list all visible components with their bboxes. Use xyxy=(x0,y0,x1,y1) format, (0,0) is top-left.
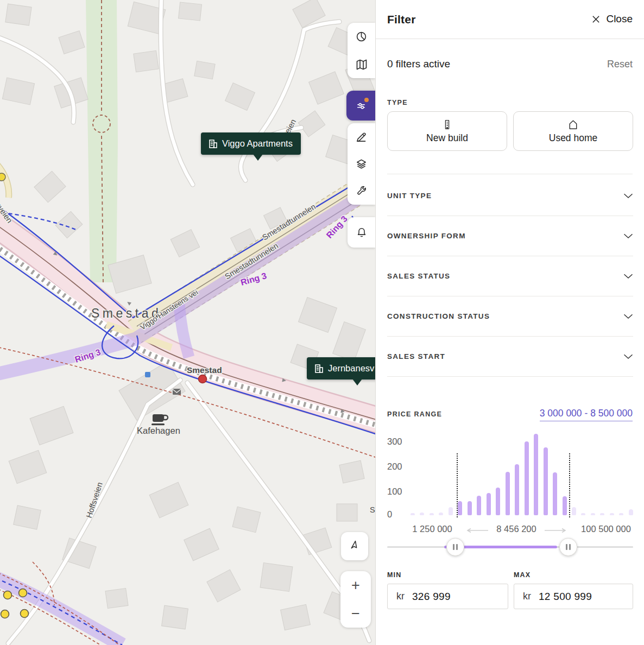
accordion-label: OWNERSHIP FORM xyxy=(387,232,466,240)
layers-button[interactable] xyxy=(350,152,374,176)
notification-dot xyxy=(364,98,369,102)
histogram-bar xyxy=(477,496,481,515)
map-marker-viggo-apartments[interactable]: Viggo Apartments xyxy=(201,132,301,155)
histogram-bar xyxy=(411,513,415,515)
map-marker-jernbanesvingen[interactable]: Jernbanesv xyxy=(307,357,375,380)
reset-button[interactable]: Reset xyxy=(607,59,633,70)
price-slider-handle-min[interactable] xyxy=(446,538,464,556)
accordion-label: CONSTRUCTION STATUS xyxy=(387,312,490,320)
type-section-label: TYPE xyxy=(387,99,408,106)
currency-prefix: kr xyxy=(396,591,405,602)
divider xyxy=(387,174,633,174)
app-window: Smestad Sørkedalsveien Gjøaveien Viggo H… xyxy=(0,0,644,645)
min-price-input[interactable]: kr 326 999 xyxy=(387,584,508,609)
type-option-used-home[interactable]: Used home xyxy=(513,111,633,151)
histogram-bar xyxy=(525,441,529,515)
layers-icon xyxy=(355,158,368,170)
accordion-label: SALES STATUS xyxy=(387,272,450,280)
histogram-max-marker xyxy=(569,453,570,517)
filters-button-active[interactable] xyxy=(346,91,375,121)
wrench-icon xyxy=(356,185,368,197)
histogram-min-marker xyxy=(457,453,458,517)
max-price-input[interactable]: kr 12 500 999 xyxy=(514,584,633,609)
pencil-icon xyxy=(355,131,368,143)
histogram-bar xyxy=(563,496,567,515)
accordion-sales-status[interactable]: SALES STATUS xyxy=(387,256,633,296)
map-toolbar-bell xyxy=(348,217,375,248)
chevron-down-icon xyxy=(623,233,633,239)
histogram-bar xyxy=(581,513,585,515)
chevron-down-icon xyxy=(623,313,633,320)
select-cursor-button[interactable] xyxy=(341,532,368,560)
close-icon xyxy=(591,15,601,24)
min-label: MIN xyxy=(387,571,402,579)
accordion-ownership-form[interactable]: OWNERSHIP FORM xyxy=(387,216,633,256)
arrow-right-icon xyxy=(544,528,567,533)
arrow-left-icon xyxy=(465,528,489,533)
pie-chart-button[interactable] xyxy=(350,25,374,49)
x-tick-min: 1 250 000 xyxy=(412,524,452,534)
histogram-bar xyxy=(458,501,462,515)
close-button[interactable]: Close xyxy=(591,13,633,25)
chevron-down-icon xyxy=(623,353,633,360)
building-icon xyxy=(209,140,217,148)
type-option-new-build[interactable]: New build xyxy=(387,111,507,151)
zoom-in-button[interactable]: + xyxy=(340,571,371,599)
histogram-bar xyxy=(610,513,614,515)
bell-icon xyxy=(356,226,368,238)
type-option-label: Used home xyxy=(549,132,598,144)
accordion-label: SALES START xyxy=(387,352,445,361)
histogram-bar xyxy=(544,447,548,515)
price-slider-handle-max[interactable] xyxy=(559,538,577,556)
map-zoom-control: + − xyxy=(340,571,371,628)
accordion-sales-start[interactable]: SALES START xyxy=(387,337,633,377)
active-filters-count: 0 filters active xyxy=(387,58,450,70)
map-icon xyxy=(355,58,368,71)
price-range-label: PRICE RANGE xyxy=(387,410,442,418)
x-tick-mid: 8 456 200 xyxy=(496,524,536,534)
tools-button[interactable] xyxy=(350,179,374,203)
histogram-bar xyxy=(468,501,472,515)
filter-panel: Filter Close 0 filters active Reset TYPE… xyxy=(375,0,644,645)
station-label-smestad: Smestad xyxy=(187,365,222,375)
select-cursor-icon xyxy=(349,540,361,552)
y-tick-0: 0 xyxy=(387,509,392,520)
close-label: Close xyxy=(606,13,633,25)
building-icon xyxy=(315,364,323,373)
histogram-bar xyxy=(487,493,491,515)
histogram-bar xyxy=(420,513,424,515)
draw-button[interactable] xyxy=(350,125,374,149)
histogram-bar xyxy=(600,513,604,515)
histogram-bar xyxy=(496,488,500,515)
accordion-unit-type[interactable]: UNIT TYPE xyxy=(387,176,633,216)
price-range-value[interactable]: 3 000 000 - 8 500 000 xyxy=(540,408,633,421)
map[interactable]: Smestad Sørkedalsveien Gjøaveien Viggo H… xyxy=(0,0,375,645)
poi-label-kafehagen: Kafehagen xyxy=(137,426,180,435)
map-style-button[interactable] xyxy=(350,53,374,77)
histogram-bar xyxy=(449,507,453,515)
histogram-bar xyxy=(430,513,434,515)
street-label-partial-s: S xyxy=(370,505,375,514)
y-tick-300: 300 xyxy=(387,437,402,447)
marker-label: Jernbanesv xyxy=(328,363,374,374)
map-toolbar-middle xyxy=(348,123,375,205)
home-icon xyxy=(567,118,579,131)
divider xyxy=(376,39,644,39)
pie-chart-icon xyxy=(355,30,368,43)
map-canvas[interactable]: Smestad Sørkedalsveien Gjøaveien Viggo H… xyxy=(0,0,375,645)
map-toolbar-top xyxy=(348,23,375,78)
max-price-value: 12 500 999 xyxy=(539,591,592,603)
histogram-bar xyxy=(506,472,510,515)
histogram-bar xyxy=(515,464,519,515)
building-icon xyxy=(441,118,453,131)
zoom-out-button[interactable]: − xyxy=(340,599,371,628)
type-option-label: New build xyxy=(426,132,468,144)
histogram-bar xyxy=(591,513,595,515)
accordion-construction-status[interactable]: CONSTRUCTION STATUS xyxy=(387,296,633,337)
x-tick-max: 100 500 000 xyxy=(581,524,631,534)
max-label: MAX xyxy=(514,571,531,579)
panel-title: Filter xyxy=(387,13,416,26)
histogram-bar xyxy=(534,434,538,515)
notifications-button[interactable] xyxy=(350,220,374,244)
chevron-down-icon xyxy=(623,193,633,199)
